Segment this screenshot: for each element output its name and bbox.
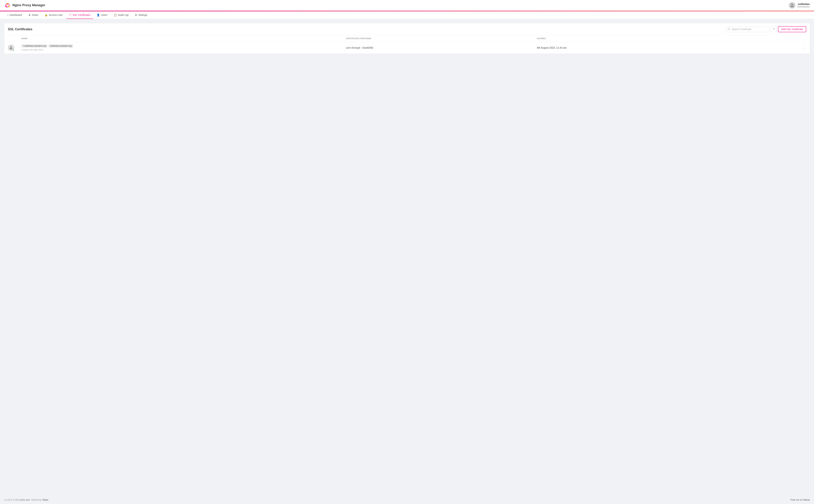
app-title: Nginx Proxy Manager bbox=[12, 3, 45, 7]
search-input[interactable] bbox=[732, 28, 767, 31]
col-provider: CERTIFICATE PROVIDER bbox=[342, 35, 533, 42]
users-icon: 👤 bbox=[97, 14, 100, 16]
audit-log-icon: 📋 bbox=[114, 14, 117, 16]
settings-icon: ⚙ bbox=[135, 14, 137, 16]
footer-theme-text: . Theme by bbox=[30, 498, 42, 501]
nav-label-ssl: SSL Certificates bbox=[73, 14, 90, 16]
nav-item-users[interactable]: 👤 Users bbox=[94, 11, 110, 19]
nav-item-ssl-certificates[interactable]: 🛡 SSL Certificates bbox=[66, 11, 93, 19]
table-row: *.notthebee.duckdns.orgnotthebee.duckdns… bbox=[4, 42, 810, 54]
main-content: SSL Certificates ? Add SSL Certificate N… bbox=[0, 19, 814, 496]
cert-avatar bbox=[8, 45, 14, 51]
nav-label-hosts: Hosts bbox=[32, 14, 38, 16]
dashboard-icon: ⌂ bbox=[7, 14, 9, 16]
header-right: notthebee Administrator bbox=[789, 2, 810, 9]
cert-tag: notthebee.duckdns.org bbox=[48, 44, 73, 48]
access-lists-icon: 🔒 bbox=[45, 14, 48, 16]
ssl-certificates-card: SSL Certificates ? Add SSL Certificate N… bbox=[4, 23, 810, 54]
hosts-icon: 🖥 bbox=[28, 14, 31, 16]
ssl-icon: 🛡 bbox=[69, 14, 72, 16]
search-icon bbox=[728, 28, 730, 31]
cert-provider: Let's Encrypt - DuckDNS bbox=[342, 42, 533, 54]
user-info: notthebee Administrator bbox=[797, 3, 810, 8]
cert-expires: 4th August 2023, 11:43 am bbox=[533, 42, 737, 54]
nav-label-dashboard: Dashboard bbox=[10, 14, 22, 16]
cert-tag: *.notthebee.duckdns.org bbox=[21, 44, 47, 48]
svg-point-2 bbox=[7, 3, 8, 5]
nav-item-hosts[interactable]: 🖥 Hosts bbox=[25, 11, 41, 19]
nav-label-audit-log: Audit Log bbox=[118, 14, 128, 16]
nav-item-audit-log[interactable]: 📋 Audit Log bbox=[111, 11, 131, 19]
card-actions: ? Add SSL Certificate bbox=[725, 26, 806, 32]
add-ssl-certificate-button[interactable]: Add SSL Certificate bbox=[778, 26, 806, 32]
nav-label-access-lists: Access Lists bbox=[49, 14, 63, 16]
user-role: Administrator bbox=[797, 6, 810, 8]
svg-point-4 bbox=[8, 6, 10, 7]
cert-name-cell: *.notthebee.duckdns.orgnotthebee.duckdns… bbox=[18, 42, 342, 54]
cert-tags: *.notthebee.duckdns.orgnotthebee.duckdns… bbox=[21, 44, 339, 48]
nav-item-dashboard[interactable]: ⌂ Dashboard bbox=[4, 11, 25, 19]
help-button[interactable]: ? bbox=[771, 26, 777, 32]
header-left: Nginx Proxy Manager bbox=[4, 2, 45, 9]
nav-item-settings[interactable]: ⚙ Settings bbox=[132, 11, 150, 19]
app-logo-icon bbox=[4, 2, 11, 9]
footer-theme-link[interactable]: Tabler bbox=[42, 498, 48, 501]
nav-item-access-lists[interactable]: 🔒 Access Lists bbox=[42, 11, 66, 19]
header: Nginx Proxy Manager notthebee Administra… bbox=[0, 0, 814, 11]
footer: v2.10.2 © 2022 jc21.com. Theme by Tabler… bbox=[0, 496, 814, 504]
row-actions-button[interactable]: ⋮ bbox=[800, 45, 806, 50]
page-title: SSL Certificates bbox=[8, 27, 32, 31]
user-name: notthebee bbox=[797, 3, 810, 6]
footer-version-link[interactable]: jc21.com bbox=[21, 498, 30, 501]
cert-actions-cell: ⋮ bbox=[737, 42, 810, 54]
fork-github-link[interactable]: Fork me on Github bbox=[790, 498, 810, 501]
user-avatar bbox=[789, 2, 795, 9]
cert-avatar-cell bbox=[4, 42, 18, 54]
status-badge bbox=[12, 49, 14, 51]
svg-point-3 bbox=[5, 6, 7, 7]
col-name: NAME bbox=[18, 35, 342, 42]
nav-label-users: Users bbox=[101, 14, 107, 16]
card-header: SSL Certificates ? Add SSL Certificate bbox=[4, 23, 810, 35]
cert-name-container: *.notthebee.duckdns.orgnotthebee.duckdns… bbox=[21, 44, 339, 51]
cert-created-date: Created: 6th May 2023 bbox=[21, 49, 339, 51]
col-expires: EXPIRES bbox=[533, 35, 737, 42]
footer-left: v2.10.2 © 2022 jc21.com. Theme by Tabler bbox=[4, 498, 48, 501]
footer-version-text: v2.10.2 © 2022 bbox=[4, 498, 21, 501]
nav-label-settings: Settings bbox=[138, 14, 147, 16]
col-avatar bbox=[4, 35, 18, 42]
main-nav: ⌂ Dashboard 🖥 Hosts 🔒 Access Lists 🛡 SSL… bbox=[0, 11, 814, 19]
search-box bbox=[725, 27, 769, 32]
table-header-row: NAME CERTIFICATE PROVIDER EXPIRES bbox=[4, 35, 810, 42]
col-actions bbox=[737, 35, 810, 42]
certificates-table: NAME CERTIFICATE PROVIDER EXPIRES *.nott… bbox=[4, 35, 810, 54]
